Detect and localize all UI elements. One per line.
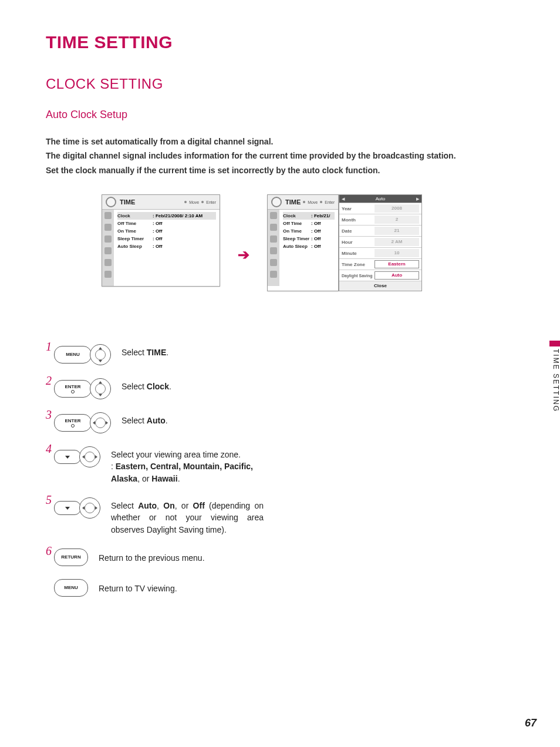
down-button-icon — [54, 450, 81, 464]
side-tab: TIME SETTING — [549, 341, 560, 429]
clock-icon — [271, 197, 282, 207]
osd-row: On Time: Off — [283, 227, 335, 235]
clock-icon — [106, 197, 116, 207]
osd-row: Auto Sleep: Off — [117, 243, 216, 250]
osd-panel-right: TIME Move Enter — [267, 194, 339, 291]
osd-right-title: TIME — [285, 198, 301, 206]
enter-button-icon: ENTER — [54, 380, 92, 398]
return-button-icon: RETURN — [54, 549, 88, 566]
sidebar-icon — [270, 259, 277, 266]
body-text-2: The digital channel signal includes info… — [46, 149, 514, 162]
menu-button-icon: MENU — [54, 346, 92, 364]
osd-row: Auto Sleep: Off — [283, 243, 335, 250]
sidebar-icon — [270, 235, 277, 243]
sidebar-icon — [270, 271, 277, 278]
nav-updown-icon — [90, 378, 111, 399]
sidebar-icon — [104, 212, 112, 219]
sidebar-icon — [104, 247, 112, 254]
nav-leftright-icon — [79, 497, 100, 519]
body-text-3: Set the clock manually if the current ti… — [46, 164, 514, 177]
osd-row-clock: Clock: Feb/21/ — [283, 212, 335, 220]
sidebar-icon — [270, 247, 277, 254]
osd-row: On Time: Off — [117, 227, 216, 235]
nav-updown-icon — [90, 344, 111, 365]
sub-title: Auto Clock Setup — [46, 109, 514, 121]
osd-left-title: TIME — [120, 198, 135, 206]
step-4: 4 Select your viewing area time zone. : … — [46, 446, 514, 484]
detail-head: Auto — [376, 196, 385, 201]
sidebar-icon — [104, 259, 112, 266]
step-6: 6 RETURN Return to the previous menu. — [46, 549, 514, 566]
page-main-title: TIME SETTING — [46, 32, 514, 52]
osd-row-clock: Clock: Feb/21/2008/ 2:10 AM — [117, 212, 216, 220]
sidebar-icon — [270, 212, 277, 219]
sidebar-icon — [104, 271, 112, 278]
osd-row: Off Time: Off — [117, 220, 216, 227]
osd-hint-move: Move — [189, 200, 199, 204]
enter-button-icon: ENTER — [54, 414, 92, 432]
page-number: 67 — [525, 717, 537, 729]
step-2: 2 ENTER Select Clock. — [46, 378, 514, 399]
section-title: CLOCK SETTING — [46, 76, 514, 92]
clock-detail-panel: ◀Auto▶ Year2008 Month2 Date21 Hour2 AM M… — [339, 194, 422, 291]
down-button-icon — [54, 501, 81, 515]
nav-leftright-icon — [79, 446, 100, 467]
step-5: 5 Select Auto, On, or Off (depending on … — [46, 497, 514, 536]
nav-leftright-icon — [90, 412, 111, 433]
step-3: 3 ENTER Select Auto. — [46, 412, 514, 433]
sidebar-icon — [270, 224, 277, 231]
osd-row: Off Time: Off — [283, 220, 335, 227]
body-text-1: The time is set automatically from a dig… — [46, 135, 514, 148]
detail-close: Close — [339, 281, 421, 291]
arrow-icon: ➔ — [238, 247, 249, 263]
osd-row: Sleep Timer: Off — [117, 235, 216, 243]
menu-button-icon: MENU — [54, 579, 88, 597]
sidebar-icon — [104, 224, 112, 231]
osd-hint-enter: Enter — [206, 200, 216, 204]
sidebar-icon — [104, 235, 112, 243]
osd-panel-left: TIME Move Enter Clock: Feb/21/2008/ 2:10… — [102, 194, 220, 287]
step-menu-return: . MENU Return to TV viewing. — [46, 579, 514, 597]
osd-row: Sleep Timer: Off — [283, 235, 335, 243]
step-1: 1 MENU Select TIME. — [46, 344, 514, 365]
